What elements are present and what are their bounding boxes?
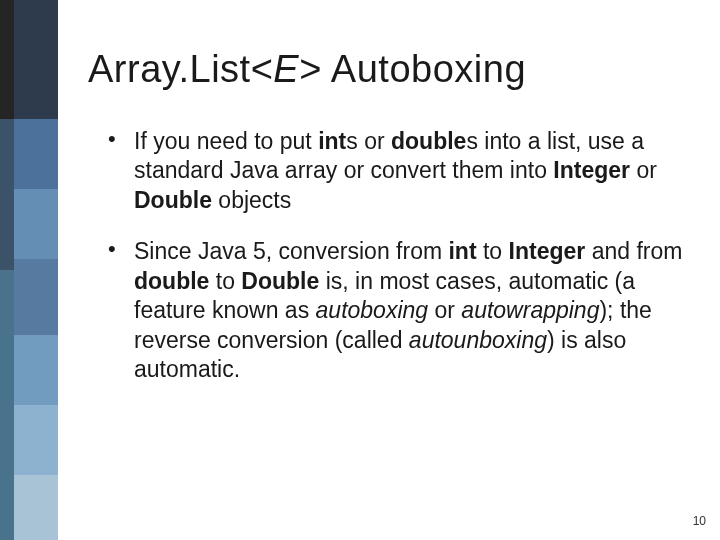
title-em: E [273, 48, 299, 90]
text-run: Integer [509, 238, 586, 264]
text-run: Integer [553, 157, 630, 183]
title-pre: Array.List< [88, 48, 273, 90]
title-post: > Autoboxing [299, 48, 526, 90]
text-run: to [209, 268, 241, 294]
slide-title: Array.List<E> Autoboxing [88, 48, 688, 91]
bullet-list: If you need to put ints or doubles into … [88, 127, 688, 385]
text-run: double [134, 268, 209, 294]
text-run: autoboxing [316, 297, 429, 323]
text-run: to [477, 238, 509, 264]
text-run: or [428, 297, 461, 323]
text-run: and from [585, 238, 682, 264]
text-run: int [448, 238, 476, 264]
text-run: Since Java 5, conversion from [134, 238, 448, 264]
text-run: int [318, 128, 346, 154]
text-run: double [391, 128, 466, 154]
text-run: or [630, 157, 657, 183]
text-run: objects [212, 187, 291, 213]
bullet-item: Since Java 5, conversion from int to Int… [100, 237, 688, 384]
text-run: Double [134, 187, 212, 213]
text-run: If you need to put [134, 128, 318, 154]
text-run: autowrapping [461, 297, 599, 323]
slide-content: Array.List<E> Autoboxing If you need to … [88, 48, 688, 407]
sidebar-decoration [0, 0, 58, 540]
text-run: s or [346, 128, 391, 154]
page-number: 10 [693, 514, 706, 528]
text-run: autounboxing [409, 327, 547, 353]
bullet-item: If you need to put ints or doubles into … [100, 127, 688, 215]
text-run: Double [241, 268, 319, 294]
